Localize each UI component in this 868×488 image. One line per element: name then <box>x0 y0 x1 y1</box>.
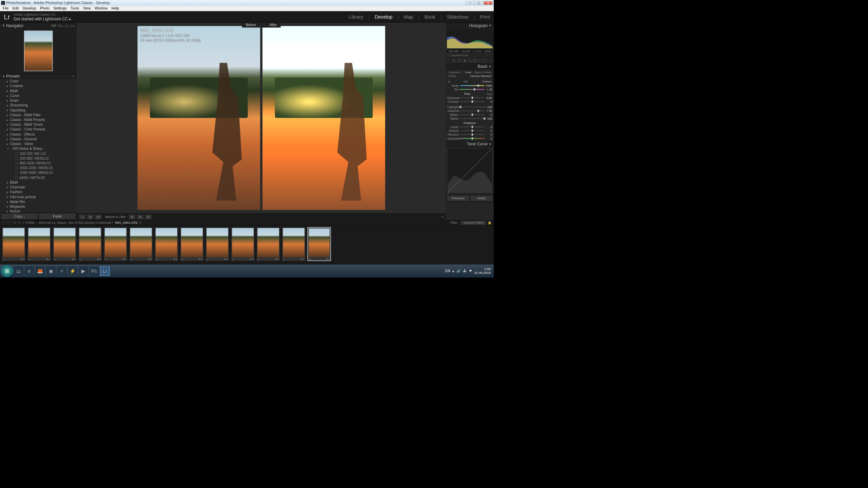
vibrance-slider[interactable] <box>460 134 485 135</box>
window-minimize-button[interactable]: — <box>465 1 474 5</box>
shadows-slider[interactable] <box>460 110 485 111</box>
window-maximize-button[interactable]: ☐ <box>474 1 483 5</box>
back-button[interactable]: ⇐ <box>14 221 16 225</box>
taskbar-app2[interactable]: ⚡ <box>67 266 78 276</box>
wb-select[interactable]: Custom <box>482 80 491 83</box>
grad-filter-button[interactable]: ▭ <box>468 58 473 63</box>
filter-lock-icon[interactable]: 🔒 <box>488 221 492 225</box>
filmstrip-thumbnail[interactable]: ▭⊕ ≡ <box>129 227 153 261</box>
preset-group[interactable]: ▶Classic - General <box>0 137 77 142</box>
filmstrip-thumbnail[interactable]: ▭⊕ ≡ <box>53 227 76 261</box>
preset-group[interactable]: ▶Vignetting <box>0 108 77 113</box>
filmstrip-thumbnail[interactable]: ▭⊕ ≡ <box>155 227 178 261</box>
taskbar-lightroom[interactable]: Lr <box>100 266 110 276</box>
ba-copy-after-button[interactable]: ⇉ <box>145 214 152 219</box>
before-photo[interactable]: IMG_5291.CR2 1/320 sec at ƒ / 4,0, ISO 1… <box>138 26 260 210</box>
preset-group[interactable]: ▶Matte film <box>0 200 77 204</box>
menu-view[interactable]: View <box>81 6 93 11</box>
original-photo-toggle[interactable]: Original Photo <box>446 53 494 58</box>
identity-bottom[interactable]: Get started with Lightroom CC ▸ <box>14 16 71 21</box>
preset-group[interactable]: ▶Classic - Video <box>0 142 77 146</box>
preset-group[interactable]: ▶Fashion <box>0 190 77 195</box>
module-print[interactable]: Print <box>480 14 490 20</box>
basic-header[interactable]: Basic▼ <box>446 64 494 69</box>
menu-help[interactable]: Help <box>110 6 121 11</box>
clarity-slider[interactable] <box>460 126 485 127</box>
saturation-slider[interactable] <box>460 138 485 139</box>
preset-item[interactable]: 200-800: NR20c15 <box>0 156 77 161</box>
filmstrip-thumbnail[interactable]: ▭⊕ ≡ <box>27 227 51 261</box>
temp-slider[interactable] <box>460 85 485 86</box>
module-map[interactable]: Map <box>404 14 413 20</box>
tint-slider[interactable] <box>460 89 485 90</box>
dehaze-slider[interactable] <box>460 130 485 131</box>
taskbar-app3[interactable]: ▶ <box>78 266 88 276</box>
preset-group[interactable]: ▶Film look portrait <box>0 195 77 199</box>
secondary-display-button[interactable] <box>2 221 6 224</box>
tray-volume-icon[interactable]: 🔊 <box>456 269 461 273</box>
module-library[interactable]: Library <box>349 14 363 20</box>
survey-view-button[interactable]: Y|Y <box>95 214 102 219</box>
toolbar-menu-icon[interactable]: ▼ <box>441 215 444 218</box>
preset-group[interactable]: ▶Color <box>0 79 77 84</box>
profile-select[interactable]: Camera Standard <box>470 75 491 78</box>
preset-group[interactable]: ▶Grain <box>0 98 77 103</box>
menu-edit[interactable]: Edit <box>11 6 21 11</box>
tone-curve-header[interactable]: Tone Curve▼ <box>446 141 494 147</box>
add-preset-button[interactable]: + <box>72 74 75 78</box>
preset-group[interactable]: ▶Curve <box>0 94 77 98</box>
ba-copy-before-button[interactable]: ⇇ <box>137 214 143 219</box>
preset-group[interactable]: ▶Classic - Effects <box>0 132 77 137</box>
preset-group[interactable]: ▶Classic - B&W Presets <box>0 118 77 122</box>
nav-mode-1-1[interactable]: 1:1 <box>65 24 69 27</box>
filmstrip-thumbnail[interactable]: ▭⊕ ≡ <box>104 227 127 261</box>
menu-develop[interactable]: Develop <box>21 6 38 11</box>
contrast-slider[interactable] <box>460 101 485 102</box>
module-book[interactable]: Book <box>425 14 435 20</box>
preset-group[interactable]: ▶Classic - B&W Toned <box>0 122 77 127</box>
filmstrip-thumbnail[interactable]: ▭⊕ ≡ <box>180 227 203 261</box>
window-close-button[interactable]: ✕ <box>484 1 493 5</box>
folder-name[interactable]: 2018-05-11_Маша <box>39 221 66 225</box>
navigator-preview[interactable] <box>0 28 77 73</box>
taskbar-ie[interactable]: e <box>24 266 35 276</box>
tray-up-icon[interactable]: ▴ <box>452 269 454 273</box>
navigator-header[interactable]: ▼ Navigator FITFILL1:11:2 <box>0 23 77 28</box>
taskbar-firefox[interactable]: 🦊 <box>35 266 45 276</box>
loupe-view-button[interactable]: ▭ <box>79 214 85 219</box>
previous-button[interactable]: Previous <box>447 195 469 201</box>
tone-curve[interactable] <box>448 148 492 194</box>
after-photo[interactable] <box>262 26 385 210</box>
preset-group[interactable]: ▶B&W <box>0 180 77 185</box>
filmstrip[interactable]: ▭⊕ ≡▭⊕ ≡▭⊕ ≡▭⊕ ≡▭⊕ ≡▭⊕ ≡▭⊕ ≡▭⊕ ≡▭⊕ ≡▭⊕ ≡… <box>0 225 494 264</box>
preset-group[interactable]: ▶Nature <box>0 209 77 212</box>
spot-tool-button[interactable]: ◎ <box>457 58 462 63</box>
forward-button[interactable]: ⇒ <box>18 221 21 225</box>
exposure-slider[interactable] <box>460 97 485 98</box>
filmstrip-thumbnail[interactable]: ▭⊕ ≡ <box>2 227 25 261</box>
system-tray[interactable]: EN ▴ 🔊 🖧 ⚑ 1:0921.08.2018 <box>445 267 493 274</box>
menu-tools[interactable]: Tools <box>68 6 81 11</box>
tray-network-icon[interactable]: 🖧 <box>463 269 467 273</box>
preset-item[interactable]: 800-1600: NR30c15 <box>0 161 77 166</box>
preset-item[interactable]: 1600-3200: NR45c15 <box>0 166 77 170</box>
brush-tool-button[interactable]: ⬭ <box>479 58 488 63</box>
taskbar-chrome[interactable]: ◉ <box>46 266 56 276</box>
preset-group[interactable]: ▼- ISO Noise & Sharp - <box>0 146 77 151</box>
preset-group[interactable]: ▶Sharpening <box>0 103 77 108</box>
redeye-tool-button[interactable]: ◉ <box>462 58 467 63</box>
tray-flag-icon[interactable]: ⚑ <box>469 269 472 273</box>
filmstrip-thumbnail[interactable]: ▭⊕ ≡ <box>308 227 331 261</box>
whites-slider[interactable] <box>460 114 485 115</box>
ba-swap-button[interactable]: ⇆ <box>129 214 136 219</box>
filmstrip-thumbnail[interactable]: ▭⊕ ≡ <box>231 227 254 261</box>
reset-button[interactable]: Reset <box>470 195 493 201</box>
preset-group[interactable]: ▶Classic - Color Presets <box>0 127 77 132</box>
nav-mode-FIT[interactable]: FIT <box>52 24 56 27</box>
crop-tool-button[interactable]: ⊡ <box>452 58 456 63</box>
preset-item[interactable]: 6400+ NR75c20 <box>0 176 77 180</box>
taskbar-explorer[interactable]: 🗂 <box>14 266 24 276</box>
radial-filter-button[interactable]: ◯ <box>473 58 478 63</box>
preset-item[interactable]: 3200-6400: NR60c15 <box>0 170 77 175</box>
copy-button[interactable]: Copy... <box>1 213 38 219</box>
